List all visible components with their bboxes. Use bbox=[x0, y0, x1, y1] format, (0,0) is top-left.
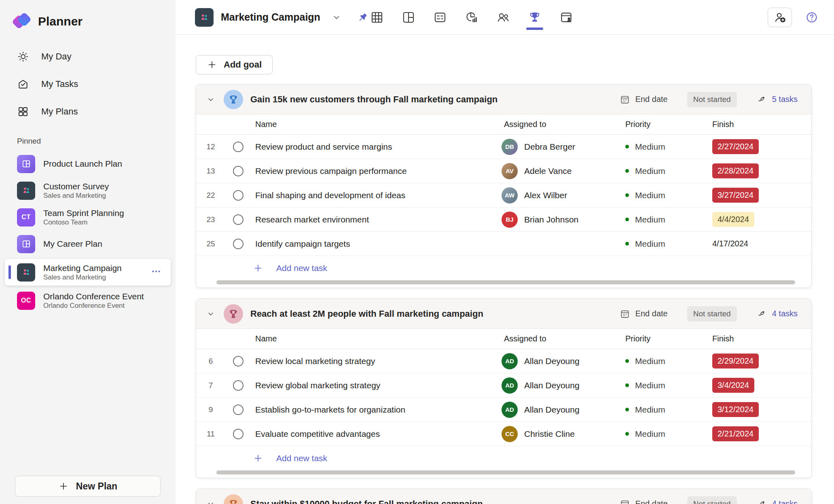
goal-title[interactable]: Gain 15k new customers through Fall mark… bbox=[250, 94, 612, 105]
goal-status-badge[interactable]: Not started bbox=[687, 496, 737, 504]
add-new-task-button[interactable]: Add new task bbox=[196, 256, 811, 280]
goal-linked-tasks-link[interactable]: 5 tasks bbox=[756, 94, 798, 105]
task-assignee-cell[interactable]: CCChristie Cline bbox=[500, 426, 621, 442]
task-complete-checkbox[interactable] bbox=[233, 429, 243, 439]
task-complete-checkbox[interactable] bbox=[233, 239, 243, 249]
task-assignee-cell[interactable]: BJBrian Johnson bbox=[500, 212, 621, 228]
goal-end-date-button[interactable]: End date bbox=[620, 94, 668, 105]
task-complete-checkbox[interactable] bbox=[233, 190, 243, 201]
plan-item-my-career-plan[interactable]: My Career Plan bbox=[0, 231, 176, 257]
people-view[interactable] bbox=[494, 0, 512, 34]
person-add-icon bbox=[773, 11, 786, 24]
share-plan-button[interactable] bbox=[768, 8, 792, 27]
task-name[interactable]: Evaluate competitive advantages bbox=[251, 429, 500, 439]
collapse-sidebar-button[interactable] bbox=[145, 13, 162, 30]
task-name[interactable]: Establish go-to-markets for organization bbox=[251, 405, 500, 415]
col-header-assigned-to[interactable]: Assigned to bbox=[500, 334, 621, 343]
horizontal-scrollbar-thumb[interactable] bbox=[216, 280, 795, 284]
assignments-view[interactable] bbox=[557, 0, 575, 34]
task-priority-cell[interactable]: Medium bbox=[621, 381, 708, 390]
task-finish-cell[interactable]: 4/17/2024 bbox=[708, 236, 803, 251]
task-priority-cell[interactable]: Medium bbox=[621, 166, 708, 176]
task-name[interactable]: Review product and service margins bbox=[251, 142, 500, 152]
sidebar-item-my-tasks[interactable]: My Tasks bbox=[0, 70, 176, 98]
task-priority-cell[interactable]: Medium bbox=[621, 239, 708, 249]
task-name[interactable]: Review global marketing strategy bbox=[251, 381, 500, 390]
col-header-finish[interactable]: Finish bbox=[708, 120, 803, 129]
task-priority-cell[interactable]: Medium bbox=[621, 429, 708, 439]
plan-item-customer-survey[interactable]: Customer SurveySales and Marketing bbox=[0, 177, 176, 204]
timeline-view[interactable] bbox=[431, 0, 449, 34]
plan-title-group[interactable]: Marketing Campaign bbox=[195, 8, 370, 27]
task-name[interactable]: Review previous campaign performance bbox=[251, 166, 500, 176]
task-complete-checkbox[interactable] bbox=[233, 404, 243, 415]
task-complete-checkbox[interactable] bbox=[233, 356, 243, 366]
finish-date-badge: 2/28/2024 bbox=[712, 163, 759, 178]
task-priority-cell[interactable]: Medium bbox=[621, 215, 708, 224]
help-button[interactable] bbox=[804, 10, 819, 25]
task-complete-checkbox[interactable] bbox=[233, 142, 243, 152]
goal-linked-tasks-link[interactable]: 4 tasks bbox=[756, 499, 798, 504]
goal-title[interactable]: Stay within $10000 budget for Fall marke… bbox=[250, 499, 612, 504]
task-complete-checkbox[interactable] bbox=[233, 380, 243, 391]
goals-view[interactable] bbox=[526, 0, 544, 34]
task-assignee-cell[interactable]: ADAllan Deyoung bbox=[500, 353, 621, 369]
col-header-name[interactable]: Name bbox=[251, 120, 500, 129]
task-finish-cell[interactable]: 3/12/2024 bbox=[708, 402, 803, 417]
task-finish-cell[interactable]: 3/4/2024 bbox=[708, 378, 803, 393]
sidebar-nav: My DayMy TasksMy Plans bbox=[0, 40, 176, 125]
task-assignee-cell[interactable] bbox=[500, 236, 621, 252]
col-header-assigned-to[interactable]: Assigned to bbox=[500, 120, 621, 129]
task-priority-cell[interactable]: Medium bbox=[621, 405, 708, 415]
charts-view[interactable] bbox=[463, 0, 481, 34]
goal-end-date-button[interactable]: End date bbox=[620, 309, 668, 319]
board-view[interactable] bbox=[400, 0, 417, 34]
task-finish-cell[interactable]: 3/27/2024 bbox=[708, 188, 803, 203]
goal-header-actions: End dateNot started4 tasks bbox=[620, 496, 798, 504]
goal-end-date-button[interactable]: End date bbox=[620, 499, 668, 504]
task-finish-cell[interactable]: 4/4/2024 bbox=[708, 212, 803, 227]
col-header-finish[interactable]: Finish bbox=[708, 334, 803, 343]
horizontal-scrollbar-thumb[interactable] bbox=[216, 470, 795, 474]
table-view[interactable] bbox=[368, 0, 386, 34]
plan-more-button[interactable] bbox=[149, 265, 163, 280]
plan-item-team-sprint-planning[interactable]: CTTeam Sprint PlanningContoso Team bbox=[0, 204, 176, 231]
col-header-name[interactable]: Name bbox=[251, 334, 500, 343]
goal-title[interactable]: Reach at least 2M people with Fall marke… bbox=[250, 309, 612, 319]
task-assignee-cell[interactable]: AWAlex Wilber bbox=[500, 187, 621, 203]
task-name[interactable]: Identify campaign targets bbox=[251, 239, 500, 249]
goal-status-badge[interactable]: Not started bbox=[687, 306, 737, 322]
task-finish-cell[interactable]: 2/21/2024 bbox=[708, 426, 803, 441]
goal-collapse-chevron-icon[interactable] bbox=[205, 95, 216, 104]
plan-item-marketing-campaign[interactable]: Marketing CampaignSales and Marketing bbox=[5, 259, 171, 286]
add-goal-button[interactable]: Add goal bbox=[196, 55, 273, 74]
task-assignee-cell[interactable]: ADAllan Deyoung bbox=[500, 377, 621, 394]
task-name[interactable]: Research market environment bbox=[251, 215, 500, 224]
task-priority-cell[interactable]: Medium bbox=[621, 191, 708, 200]
task-name[interactable]: Review local marketing strategy bbox=[251, 356, 500, 366]
task-priority-cell[interactable]: Medium bbox=[621, 356, 708, 366]
task-finish-cell[interactable]: 2/29/2024 bbox=[708, 354, 803, 368]
task-complete-checkbox[interactable] bbox=[233, 214, 243, 225]
task-assignee-cell[interactable]: ADAllan Deyoung bbox=[500, 402, 621, 418]
sidebar-item-my-plans[interactable]: My Plans bbox=[0, 98, 176, 125]
new-plan-button[interactable]: New Plan bbox=[15, 476, 161, 497]
col-header-priority[interactable]: Priority bbox=[621, 120, 708, 129]
task-complete-checkbox[interactable] bbox=[233, 166, 243, 176]
task-assignee-cell[interactable]: AVAdele Vance bbox=[500, 163, 621, 179]
col-header-priority[interactable]: Priority bbox=[621, 334, 708, 343]
task-assignee-cell[interactable]: DBDebra Berger bbox=[500, 139, 621, 155]
task-name[interactable]: Final shaping and development of ideas bbox=[251, 191, 500, 200]
goal-linked-tasks-link[interactable]: 4 tasks bbox=[756, 309, 798, 319]
task-priority-cell[interactable]: Medium bbox=[621, 142, 708, 152]
plan-item-product-launch-plan[interactable]: Product Launch Plan bbox=[0, 150, 176, 177]
goal-collapse-chevron-icon[interactable] bbox=[205, 309, 216, 318]
goal-status-badge[interactable]: Not started bbox=[687, 92, 737, 107]
sidebar-item-my-day[interactable]: My Day bbox=[0, 43, 176, 70]
task-finish-cell[interactable]: 2/28/2024 bbox=[708, 163, 803, 178]
add-new-task-button[interactable]: Add new task bbox=[196, 446, 811, 470]
goal-collapse-chevron-icon[interactable] bbox=[205, 500, 216, 504]
plan-item-orlando-conference-event[interactable]: OCOrlando Conference EventOrlando Confer… bbox=[0, 287, 176, 314]
task-finish-cell[interactable]: 2/27/2024 bbox=[708, 139, 803, 154]
plan-title-dropdown-chevron-icon[interactable] bbox=[329, 10, 344, 25]
